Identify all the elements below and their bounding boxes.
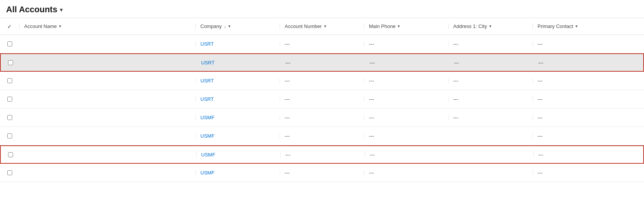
col-header-company[interactable]: Company ↓ ▾ [195, 23, 280, 29]
col-header-account-name[interactable]: Account Name ▾ [19, 23, 195, 29]
row-company[interactable]: USRT [195, 41, 280, 47]
select-all-col[interactable]: ✓ [0, 23, 19, 30]
table-row[interactable]: USMF --- --- --- [0, 145, 644, 164]
row-account-number: --- [280, 152, 365, 158]
row-company[interactable]: USRT [195, 78, 280, 84]
contact-value: --- [537, 41, 542, 47]
row-address: --- [448, 41, 533, 47]
title-chevron-icon[interactable]: ▾ [60, 6, 63, 13]
account-number-value: --- [285, 78, 290, 84]
select-all-checkmark: ✓ [7, 23, 12, 30]
row-address: --- [449, 60, 533, 66]
checkbox-input[interactable] [7, 133, 12, 138]
table-row[interactable]: USRT --- --- --- --- [0, 72, 644, 90]
col-header-main-phone[interactable]: Main Phone ▾ [364, 23, 448, 29]
address-value: --- [453, 96, 458, 102]
account-number-value: --- [285, 41, 290, 47]
row-checkbox[interactable] [0, 41, 19, 46]
account-number-label: Account Number [285, 23, 322, 29]
contact-value: --- [538, 152, 543, 158]
main-phone-label: Main Phone [369, 23, 395, 29]
accounts-table: ✓ Account Name ▾ Company ↓ ▾ Account Num… [0, 18, 644, 182]
company-link[interactable]: USRT [200, 41, 214, 47]
row-checkbox[interactable] [0, 115, 19, 120]
checkbox-input[interactable] [7, 78, 12, 83]
table-row[interactable]: USRT --- --- --- --- [0, 35, 644, 53]
row-main-phone: --- [365, 152, 449, 158]
contact-value: --- [537, 170, 542, 176]
account-name-sort-icon: ▾ [59, 24, 61, 29]
primary-contact-label: Primary Contact [537, 23, 573, 29]
checkbox-input[interactable] [7, 97, 12, 102]
table-header: ✓ Account Name ▾ Company ↓ ▾ Account Num… [0, 18, 644, 35]
col-header-address-city[interactable]: Address 1: City ▾ [448, 23, 533, 29]
primary-contact-chevron-icon: ▾ [575, 24, 578, 29]
account-number-value: --- [285, 96, 290, 102]
checkbox-input[interactable] [7, 115, 12, 120]
company-chevron-icon: ▾ [228, 24, 231, 29]
row-contact: --- [533, 60, 643, 66]
table-row[interactable]: USRT --- --- --- --- [0, 90, 644, 109]
row-account-number: --- [280, 115, 364, 120]
company-link[interactable]: USMF [201, 152, 215, 158]
row-company[interactable]: USRT [195, 96, 280, 102]
col-header-account-number[interactable]: Account Number ▾ [280, 23, 364, 29]
contact-value: --- [537, 78, 542, 84]
row-checkbox[interactable] [1, 60, 20, 65]
company-link[interactable]: USRT [200, 78, 214, 84]
row-checkbox[interactable] [0, 78, 19, 83]
col-header-primary-contact[interactable]: Primary Contact ▾ [533, 23, 644, 29]
row-main-phone: --- [364, 41, 448, 47]
row-company[interactable]: USMF [196, 152, 280, 158]
row-checkbox[interactable] [1, 152, 20, 157]
company-link[interactable]: USMF [200, 133, 215, 139]
address-value: --- [453, 41, 458, 47]
row-account-number: --- [280, 170, 364, 176]
company-sort-down-icon: ↓ [224, 24, 226, 29]
checkbox-input[interactable] [8, 152, 13, 157]
company-link[interactable]: USMF [200, 115, 215, 120]
row-company[interactable]: USMF [195, 133, 280, 139]
checkbox-input[interactable] [8, 60, 13, 65]
checkbox-input[interactable] [7, 41, 12, 46]
row-main-phone: --- [364, 115, 448, 120]
row-contact: --- [533, 115, 644, 120]
row-company[interactable]: USMF [195, 170, 280, 176]
table-row[interactable]: USMF --- --- --- [0, 164, 644, 182]
main-phone-value: --- [369, 96, 374, 102]
checkbox-input[interactable] [7, 170, 12, 175]
row-account-number: --- [280, 41, 364, 47]
row-checkbox[interactable] [0, 133, 19, 138]
company-link[interactable]: USRT [201, 60, 215, 66]
main-phone-chevron-icon: ▾ [398, 24, 400, 29]
row-main-phone: --- [364, 96, 448, 102]
row-account-number: --- [280, 60, 365, 66]
row-company[interactable]: USRT [196, 60, 280, 66]
row-account-number: --- [280, 96, 364, 102]
row-company[interactable]: USMF [195, 115, 280, 120]
row-main-phone: --- [364, 133, 448, 139]
row-address: --- [448, 96, 533, 102]
address-value: --- [453, 78, 458, 84]
row-checkbox[interactable] [0, 170, 19, 175]
main-phone-value: --- [369, 133, 374, 139]
row-contact: --- [533, 133, 644, 139]
account-name-label: Account Name [24, 23, 57, 29]
table-row[interactable]: USMF --- --- --- --- [0, 109, 644, 127]
address-value: --- [454, 60, 459, 66]
main-phone-value: --- [369, 78, 374, 84]
contact-value: --- [537, 96, 542, 102]
row-main-phone: --- [364, 170, 448, 176]
row-contact: --- [533, 96, 644, 102]
row-contact: --- [533, 41, 644, 47]
table-row[interactable]: USRT --- --- --- --- [0, 53, 644, 72]
company-label: Company [200, 23, 222, 29]
page-title: All Accounts [6, 5, 57, 15]
account-number-value: --- [285, 170, 290, 176]
company-link[interactable]: USRT [200, 96, 214, 102]
address-city-chevron-icon: ▾ [489, 24, 492, 29]
table-row[interactable]: USMF --- --- --- [0, 127, 644, 145]
row-main-phone: --- [364, 78, 448, 84]
row-checkbox[interactable] [0, 97, 19, 102]
company-link[interactable]: USMF [200, 170, 215, 176]
